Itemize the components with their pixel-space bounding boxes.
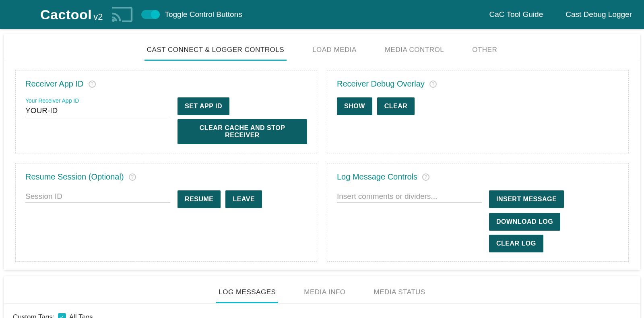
card-title: Receiver App ID: [25, 79, 84, 89]
clear-log-button[interactable]: CLEAR LOG: [489, 235, 543, 252]
card-receiver-app-id: Receiver App ID ? Your Receiver App ID S…: [15, 70, 317, 153]
all-tags-label: All Tags: [69, 313, 93, 318]
card-title: Resume Session (Optional): [25, 172, 124, 182]
cards-grid: Receiver App ID ? Your Receiver App ID S…: [4, 61, 640, 262]
receiver-app-id-input[interactable]: [25, 105, 170, 117]
checkmark-icon: ✓: [60, 314, 64, 318]
svg-point-0: [112, 19, 115, 22]
log-comment-field-wrap: [337, 190, 482, 203]
receiver-app-id-field-wrap: Your Receiver App ID: [25, 97, 170, 117]
header: Cactool v2 Toggle Control Buttons CaC To…: [0, 0, 644, 29]
help-icon[interactable]: ?: [89, 81, 96, 88]
bottom-tabs: LOG MESSAGES MEDIA INFO MEDIA STATUS: [4, 276, 640, 304]
cast-icon: [110, 5, 134, 24]
header-right-links: CaC Tool Guide Cast Debug Logger: [489, 10, 632, 19]
tab-log-messages[interactable]: LOG MESSAGES: [216, 283, 278, 303]
custom-tags-row: Custom Tags: ✓ All Tags: [4, 304, 640, 318]
tab-media-status[interactable]: MEDIA STATUS: [372, 283, 428, 303]
resume-button[interactable]: RESUME: [178, 190, 221, 208]
leave-button[interactable]: LEAVE: [225, 190, 262, 208]
help-icon[interactable]: ?: [429, 81, 437, 88]
clear-button[interactable]: CLEAR: [377, 97, 415, 115]
session-id-field-wrap: [25, 190, 170, 203]
link-cac-tool-guide[interactable]: CaC Tool Guide: [489, 10, 543, 19]
tab-other[interactable]: OTHER: [470, 40, 500, 61]
top-tabs: CAST CONNECT & LOGGER CONTROLS LOAD MEDI…: [4, 34, 640, 61]
session-id-input[interactable]: [25, 190, 170, 203]
card-title: Receiver Debug Overlay: [337, 79, 425, 89]
toggle-knob: [151, 10, 160, 19]
clear-cache-stop-receiver-button[interactable]: CLEAR CACHE AND STOP RECEIVER: [178, 119, 307, 144]
toggle-label: Toggle Control Buttons: [165, 10, 242, 19]
card-log-message-controls: Log Message Controls ? INSERT MESSAGE DO…: [327, 163, 629, 262]
card-resume-session: Resume Session (Optional) ? RESUME LEAVE: [15, 163, 317, 262]
custom-tags-label: Custom Tags:: [13, 313, 55, 318]
link-cast-debug-logger[interactable]: Cast Debug Logger: [566, 10, 632, 19]
main-panel: CAST CONNECT & LOGGER CONTROLS LOAD MEDI…: [4, 34, 640, 270]
set-app-id-button[interactable]: SET APP ID: [178, 97, 229, 115]
tab-media-info[interactable]: MEDIA INFO: [301, 283, 348, 303]
tab-media-control[interactable]: MEDIA CONTROL: [382, 40, 446, 61]
log-comment-input[interactable]: [337, 190, 482, 203]
logo-version: v2: [93, 12, 103, 22]
card-title: Log Message Controls: [337, 172, 417, 182]
logo-title: Cactool: [40, 7, 92, 23]
help-icon[interactable]: ?: [422, 173, 429, 181]
toggle-control-buttons[interactable]: [141, 10, 159, 19]
all-tags-checkbox[interactable]: ✓: [58, 313, 66, 318]
show-button[interactable]: SHOW: [337, 97, 372, 115]
tab-cast-connect-logger[interactable]: CAST CONNECT & LOGGER CONTROLS: [144, 40, 287, 61]
download-log-button[interactable]: DOWNLOAD LOG: [489, 213, 560, 231]
tab-load-media[interactable]: LOAD MEDIA: [310, 40, 359, 61]
field-label: Your Receiver App ID: [25, 97, 170, 104]
lower-panel: LOG MESSAGES MEDIA INFO MEDIA STATUS Cus…: [4, 276, 640, 318]
help-icon[interactable]: ?: [129, 173, 136, 181]
card-receiver-debug-overlay: Receiver Debug Overlay ? SHOW CLEAR: [327, 70, 629, 153]
insert-message-button[interactable]: INSERT MESSAGE: [489, 190, 564, 208]
